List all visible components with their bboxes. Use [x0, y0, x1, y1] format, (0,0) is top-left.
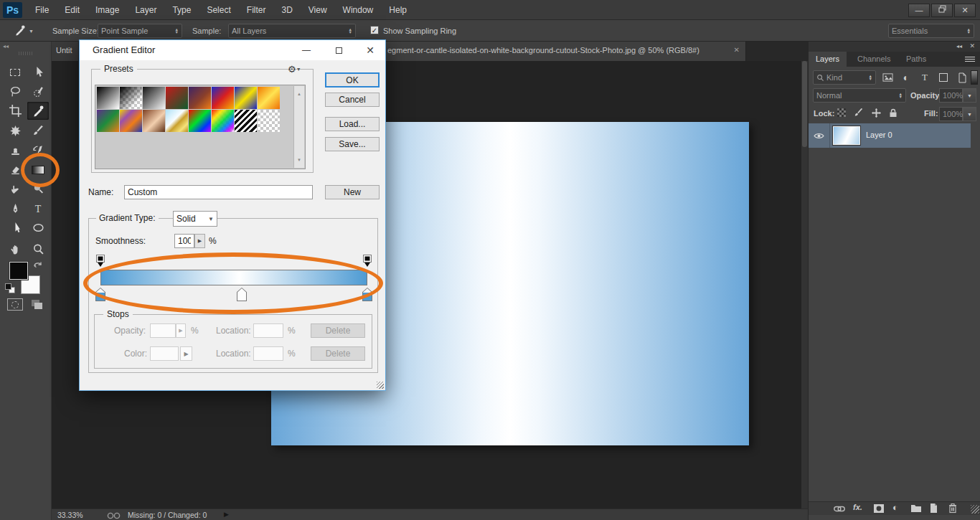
close-panel-icon[interactable]: ✕ — [969, 42, 975, 49]
clone-stamp-tool[interactable] — [4, 141, 26, 159]
tab-untitled[interactable]: Untit — [52, 42, 79, 61]
menu-image[interactable]: Image — [88, 0, 127, 20]
layer-name[interactable]: Layer 0 — [866, 131, 892, 139]
fill-dropdown-button[interactable]: ▼ — [963, 107, 976, 121]
new-button[interactable]: New — [325, 185, 380, 199]
filter-shape-layers-icon[interactable] — [936, 70, 951, 85]
link-layers-icon[interactable] — [833, 504, 846, 514]
scroll-up-icon[interactable]: ▲ — [297, 92, 301, 96]
default-colors-icon[interactable] — [5, 283, 11, 290]
menu-edit[interactable]: Edit — [57, 0, 88, 20]
restore-button[interactable] — [931, 4, 953, 17]
menu-file[interactable]: File — [27, 0, 57, 20]
stop-location-input-1[interactable] — [253, 323, 283, 338]
healing-brush-tool[interactable] — [4, 122, 26, 140]
type-tool[interactable]: T — [27, 200, 49, 218]
swap-colors-icon[interactable] — [33, 259, 43, 272]
gradient-preview-bar[interactable] — [100, 270, 367, 285]
eyedropper-tool[interactable] — [27, 102, 49, 120]
minimize-button[interactable]: — — [908, 4, 930, 17]
adjustment-layer-icon[interactable]: ◐ — [892, 502, 898, 513]
menu-type[interactable]: Type — [164, 0, 199, 20]
gradient-preset[interactable] — [166, 110, 188, 132]
visibility-cell[interactable] — [809, 123, 830, 148]
gradient-preset[interactable] — [212, 87, 234, 109]
eye-icon[interactable] — [814, 132, 824, 140]
dodge-tool[interactable] — [27, 180, 49, 198]
layer-mask-icon[interactable] — [873, 504, 885, 514]
opacity-stop-left[interactable] — [96, 255, 105, 268]
lock-all-icon[interactable] — [887, 107, 899, 118]
stop-location-input-2[interactable] — [253, 346, 283, 361]
gradient-preset[interactable] — [120, 110, 142, 132]
gradient-preset[interactable] — [258, 110, 280, 132]
new-layer-icon[interactable] — [929, 503, 938, 514]
close-button[interactable]: ✕ — [954, 4, 976, 17]
menu-layer[interactable]: Layer — [127, 0, 164, 20]
filter-smart-objects-icon[interactable] — [955, 70, 969, 85]
lock-pixels-icon[interactable] — [853, 107, 864, 118]
gradient-preset[interactable] — [143, 87, 165, 109]
menu-select[interactable]: Select — [199, 0, 238, 20]
menu-help[interactable]: Help — [381, 0, 415, 20]
cancel-button[interactable]: Cancel — [325, 93, 380, 107]
filter-kind-dropdown[interactable]: Kind▲▼ — [813, 70, 876, 85]
layer-thumbnail[interactable] — [833, 126, 860, 145]
dialog-close-icon[interactable]: ✕ — [361, 40, 380, 60]
opacity-value[interactable]: 100% — [939, 88, 963, 103]
gradient-preset[interactable] — [97, 87, 119, 109]
lock-transparency-icon[interactable] — [836, 107, 847, 118]
tab-close-icon[interactable]: ✕ — [734, 46, 740, 54]
pen-tool[interactable] — [4, 200, 26, 218]
blend-mode-dropdown[interactable]: Normal▲▼ — [813, 88, 906, 103]
ellipse-tool[interactable] — [27, 219, 49, 237]
smoothness-spinner[interactable]: ▶ — [194, 234, 205, 248]
fill-value[interactable]: 100% — [939, 107, 963, 121]
filter-toggle[interactable] — [971, 70, 978, 85]
menu-view[interactable]: View — [301, 0, 335, 20]
sample-dropdown[interactable]: All Layers▲▼ — [228, 24, 356, 38]
history-brush-tool[interactable] — [27, 141, 49, 159]
load-button[interactable]: Load... — [325, 117, 380, 131]
scroll-down-icon[interactable]: ▼ — [297, 158, 301, 162]
gradient-tool[interactable] — [27, 161, 49, 179]
gradient-preset[interactable] — [189, 110, 211, 132]
save-button[interactable]: Save... — [325, 137, 380, 151]
layer-styles-icon[interactable]: fx. — [853, 503, 862, 511]
dialog-maximize-icon[interactable] — [329, 40, 348, 60]
opacity-dropdown-button[interactable]: ▼ — [963, 88, 976, 103]
eraser-tool[interactable] — [4, 161, 26, 179]
collapse-panel-icon[interactable]: ◂◂ — [3, 43, 9, 49]
stop-opacity-spinner[interactable]: ▶ — [176, 323, 186, 338]
stop-color-menu-button[interactable]: ▶ — [180, 346, 192, 361]
menu-filter[interactable]: Filter — [239, 0, 274, 20]
tool-preset-arrow-icon[interactable]: ▼ — [29, 29, 34, 34]
filter-adjustment-layers-icon[interactable]: ◐ — [899, 70, 913, 85]
gradient-preset[interactable] — [166, 87, 188, 109]
tab-channels[interactable]: Channels — [850, 52, 897, 67]
path-selection-tool[interactable] — [4, 219, 26, 237]
crop-tool[interactable] — [4, 102, 26, 120]
tab-layers[interactable]: Layers — [809, 52, 847, 67]
layer-row[interactable]: Layer 0 — [809, 123, 971, 148]
name-input[interactable] — [124, 185, 313, 199]
smoothness-input[interactable] — [174, 234, 194, 248]
lasso-tool[interactable] — [4, 82, 26, 100]
quick-selection-tool[interactable] — [27, 82, 49, 100]
collapse-panels-icon[interactable]: ◂◂ — [956, 43, 962, 49]
move-tool[interactable] — [27, 63, 49, 81]
quick-mask-button[interactable] — [7, 298, 23, 311]
dialog-resize-grip[interactable] — [377, 382, 384, 389]
delete-opacity-stop-button[interactable]: Delete — [311, 323, 365, 338]
dialog-minimize-icon[interactable]: — — [297, 40, 316, 60]
zoom-level[interactable]: 33.33% — [57, 511, 83, 519]
gradient-preset[interactable] — [189, 87, 211, 109]
menu-window[interactable]: Window — [335, 0, 382, 20]
canvas-vertical-scrollbar[interactable] — [801, 61, 808, 509]
delete-color-stop-button[interactable]: Delete — [311, 346, 365, 361]
gradient-preset[interactable] — [235, 110, 257, 132]
sample-size-dropdown[interactable]: Point Sample▲▼ — [98, 24, 182, 38]
smudge-tool[interactable] — [4, 180, 26, 198]
stop-opacity-input[interactable] — [150, 323, 176, 338]
status-flyout-icon[interactable]: ▶ — [224, 511, 229, 518]
